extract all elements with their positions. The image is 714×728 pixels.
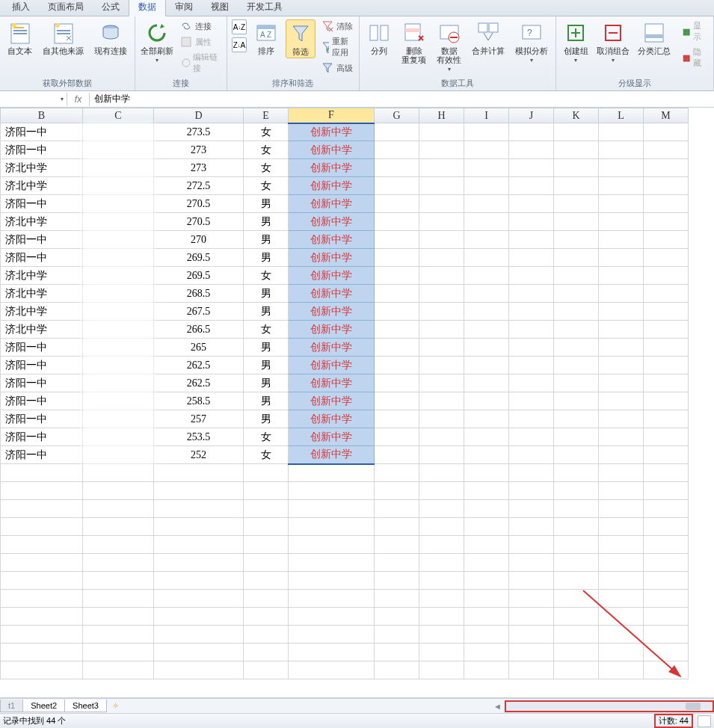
cell[interactable] [599,446,644,464]
cell[interactable] [419,195,464,213]
cell[interactable] [644,464,689,482]
cell[interactable] [375,249,419,267]
cell[interactable] [644,213,689,231]
cell[interactable] [554,141,599,159]
cell[interactable] [464,159,509,177]
cell[interactable] [419,626,464,644]
cell[interactable] [375,321,419,339]
cell[interactable] [554,285,599,303]
cell[interactable] [509,177,554,195]
cell[interactable] [644,572,689,590]
cell[interactable] [554,500,599,518]
cell[interactable] [419,572,464,590]
cell[interactable] [419,177,464,195]
sheet-tab-sheet2[interactable]: Sheet2 [22,700,65,712]
cell[interactable] [83,626,154,644]
cell[interactable] [375,213,419,231]
cell[interactable] [509,590,554,608]
cell[interactable]: 济阳一中 [1,123,83,141]
cell[interactable] [419,339,464,357]
cell[interactable] [419,213,464,231]
cell[interactable] [83,195,154,213]
cell[interactable]: 创新中学 [289,392,375,410]
cell[interactable]: 265 [154,339,244,357]
cell[interactable] [375,392,419,410]
cell[interactable]: 创新中学 [289,321,375,339]
cell[interactable] [419,303,464,321]
cell[interactable] [375,374,419,392]
cell[interactable] [419,159,464,177]
cell[interactable] [375,123,419,141]
cell[interactable]: 男 [244,249,289,267]
cell[interactable] [83,410,154,428]
cell[interactable] [464,267,509,285]
cell[interactable] [289,500,375,518]
cell[interactable]: 创新中学 [289,357,375,374]
cell[interactable] [599,267,644,285]
cell[interactable] [289,572,375,590]
cell[interactable] [375,339,419,357]
cell[interactable] [375,446,419,464]
cell[interactable] [464,177,509,195]
cell[interactable] [599,285,644,303]
cell[interactable] [509,464,554,482]
cell[interactable]: 女 [244,159,289,177]
cell[interactable] [599,321,644,339]
cell[interactable] [244,482,289,500]
cell[interactable]: 创新中学 [289,446,375,464]
cell[interactable] [83,321,154,339]
cell[interactable] [289,554,375,572]
cell[interactable] [289,518,375,536]
cell[interactable] [419,661,464,679]
cell[interactable] [419,590,464,608]
cell[interactable]: 创新中学 [289,303,375,321]
cell[interactable] [509,554,554,572]
cell[interactable] [419,608,464,626]
cell[interactable] [464,213,509,231]
cell[interactable] [599,159,644,177]
cell[interactable] [464,590,509,608]
cell[interactable] [419,644,464,661]
cell[interactable] [289,536,375,554]
cell[interactable] [419,428,464,446]
cell[interactable] [464,321,509,339]
cell[interactable] [375,285,419,303]
cell[interactable]: 男 [244,374,289,392]
clear-filter-button[interactable]: 清除 [320,19,354,33]
cell[interactable] [375,518,419,536]
cell[interactable] [464,608,509,626]
cell[interactable]: 济北中学 [1,213,83,231]
cell[interactable] [509,374,554,392]
cell[interactable]: 济阳一中 [1,357,83,374]
cell[interactable]: 男 [244,303,289,321]
cell[interactable]: 济阳一中 [1,339,83,357]
cell[interactable]: 创新中学 [289,141,375,159]
cell[interactable] [509,518,554,536]
cell[interactable] [419,410,464,428]
cell[interactable] [154,536,244,554]
cell[interactable]: 253.5 [154,428,244,446]
formula-input[interactable] [90,93,714,106]
cell[interactable] [644,626,689,644]
cell[interactable] [554,572,599,590]
col-header-E[interactable]: E [244,108,289,123]
cell[interactable] [509,285,554,303]
cell[interactable] [509,141,554,159]
advanced-button[interactable]: 高级 [320,61,354,75]
cell[interactable]: 创新中学 [289,213,375,231]
cell[interactable] [419,500,464,518]
cell[interactable]: 男 [244,213,289,231]
sort-button[interactable]: A Z 排序 [251,19,281,57]
cell[interactable] [599,518,644,536]
cell[interactable]: 273 [154,141,244,159]
hide-detail-button[interactable]: ▦隐藏 [681,46,709,70]
cell[interactable] [599,213,644,231]
cell[interactable] [419,536,464,554]
name-box-input[interactable] [13,94,58,105]
cell[interactable]: 创新中学 [289,195,375,213]
cell[interactable]: 男 [244,410,289,428]
cell[interactable] [509,159,554,177]
cell[interactable]: 270 [154,231,244,249]
cell[interactable] [464,249,509,267]
cell[interactable]: 262.5 [154,357,244,374]
